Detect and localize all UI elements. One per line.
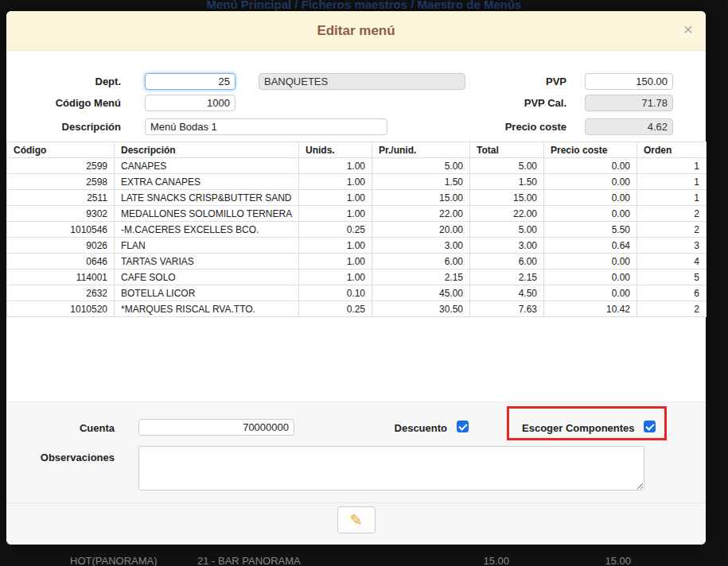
table-cell: FLAN xyxy=(115,238,299,254)
menu-items-table: CódigoDescripciónUnids.Pr./unid.TotalPre… xyxy=(6,142,707,317)
table-cell: MEDALLONES SOLOMILLO TERNERA xyxy=(115,206,299,222)
column-header: Unids. xyxy=(299,142,372,158)
escoger-componentes-label: Escoger Componentes xyxy=(522,422,638,435)
table-row[interactable]: 2599CANAPES1.005.005.000.001 xyxy=(7,158,707,174)
column-header: Total xyxy=(470,142,544,158)
precio-coste-label: Precio coste xyxy=(452,121,566,134)
menu-items-head-row: CódigoDescripciónUnids.Pr./unid.TotalPre… xyxy=(7,142,707,158)
table-cell: 2.15 xyxy=(372,269,470,285)
column-header: Código xyxy=(7,142,115,158)
table-cell: 1 xyxy=(637,190,707,206)
observaciones-textarea[interactable] xyxy=(138,446,644,490)
table-cell: 2 xyxy=(637,222,707,238)
table-cell: *MARQUES RISCAL RVA.TTO. xyxy=(115,301,299,317)
table-cell: LATE SNACKS CRISP&BUTTER SAND xyxy=(115,190,299,206)
dept-input[interactable] xyxy=(145,73,236,90)
descripcion-input[interactable] xyxy=(145,118,387,135)
table-cell: 1 xyxy=(637,174,707,190)
table-cell: 3.00 xyxy=(470,238,544,254)
table-cell: 2511 xyxy=(7,190,115,206)
table-cell: 9302 xyxy=(7,206,115,222)
table-cell: BOTELLA LICOR xyxy=(115,285,299,301)
table-cell: 7.63 xyxy=(470,301,544,317)
table-cell: 1.00 xyxy=(299,206,372,222)
column-header: Pr./unid. xyxy=(372,142,470,158)
table-cell: 5.00 xyxy=(372,158,470,174)
descuento-checkbox[interactable] xyxy=(457,421,469,432)
pencil-icon: ✎ xyxy=(350,513,363,528)
table-cell: 5 xyxy=(637,269,707,285)
table-cell: 0.25 xyxy=(299,222,372,238)
table-cell: 15.00 xyxy=(372,190,470,206)
table-cell: 2 xyxy=(637,206,707,222)
table-cell: 1.00 xyxy=(299,158,372,174)
table-row[interactable]: 9302MEDALLONES SOLOMILLO TERNERA1.0022.0… xyxy=(7,206,707,222)
table-cell: 1.00 xyxy=(299,254,372,269)
table-cell: 1.00 xyxy=(299,238,372,254)
table-cell: 5.00 xyxy=(470,158,544,174)
table-cell: 114001 xyxy=(7,269,115,285)
table-cell: 1010546 xyxy=(7,222,115,238)
table-cell: 1.50 xyxy=(470,174,544,190)
table-cell: 2.15 xyxy=(470,269,544,285)
background-cell-dept: 21 - BAR PANORAMA xyxy=(197,555,301,566)
table-cell: 45.00 xyxy=(372,285,470,301)
table-cell: 4.50 xyxy=(470,285,544,301)
table-cell: 6 xyxy=(637,285,707,301)
modal-footer: Cuenta Descuento Escoger Componentes Obs… xyxy=(6,401,706,545)
table-cell: 0.00 xyxy=(544,285,637,301)
dept-label: Dept. xyxy=(6,76,121,88)
background-cell-price2: 15.00 xyxy=(590,555,631,566)
table-cell: 0.64 xyxy=(544,238,637,254)
table-cell: 10.42 xyxy=(544,301,637,317)
table-row[interactable]: 0646TARTAS VARIAS1.006.006.000.004 xyxy=(7,254,707,269)
pvp-input[interactable] xyxy=(585,73,673,90)
table-cell: 0.00 xyxy=(544,269,637,285)
breadcrumb: Menú Principal / Ficheros maestros / Mae… xyxy=(0,0,728,11)
table-cell: TARTAS VARIAS xyxy=(115,254,299,269)
table-row[interactable]: 2598EXTRA CANAPES1.001.501.500.001 xyxy=(7,174,707,190)
column-header: Precio coste xyxy=(544,142,637,158)
table-cell: 0.25 xyxy=(299,301,372,317)
escoger-componentes-checkbox[interactable] xyxy=(644,421,656,432)
table-row[interactable]: 114001CAFE SOLO1.002.152.150.005 xyxy=(7,269,707,285)
precio-coste-field xyxy=(585,118,673,135)
table-cell: 2632 xyxy=(7,285,115,301)
cuenta-input[interactable] xyxy=(138,419,294,436)
codigo-menu-label: Código Menú xyxy=(6,97,121,110)
table-cell: CAFE SOLO xyxy=(115,269,299,285)
table-cell: 1 xyxy=(637,158,707,174)
table-row[interactable]: 1010546-M.CACERES EXCELLES BCO.0.2520.00… xyxy=(7,222,707,238)
table-cell: 6.00 xyxy=(372,254,470,269)
cuenta-label: Cuenta xyxy=(6,422,115,435)
table-cell: 15.00 xyxy=(470,190,544,206)
table-cell: 1.00 xyxy=(299,269,372,285)
background-cell-price1: 15.00 xyxy=(468,555,509,566)
table-cell: 22.00 xyxy=(372,206,470,222)
descuento-label: Descuento xyxy=(341,422,447,435)
table-cell: 1.50 xyxy=(372,174,470,190)
table-row[interactable]: 2511LATE SNACKS CRISP&BUTTER SAND1.0015.… xyxy=(7,190,707,206)
footer-divider xyxy=(6,502,706,503)
dept-name-field xyxy=(259,73,465,90)
table-cell: 1.00 xyxy=(299,174,372,190)
table-cell: 3 xyxy=(637,238,707,254)
background-cell-name: HOT(PANORAMA) xyxy=(70,555,158,566)
table-cell: 1010520 xyxy=(7,301,115,317)
column-header: Orden xyxy=(637,142,707,158)
table-cell: 5.00 xyxy=(470,222,544,238)
table-cell: -M.CACERES EXCELLES BCO. xyxy=(115,222,299,238)
table-cell: 0.00 xyxy=(544,206,637,222)
save-edit-button[interactable]: ✎ xyxy=(337,506,376,533)
table-cell: 3.00 xyxy=(372,238,470,254)
close-icon[interactable]: × xyxy=(683,21,693,37)
table-row[interactable]: 2632BOTELLA LICOR0.1045.004.500.006 xyxy=(7,285,707,301)
table-cell: 5.50 xyxy=(544,222,637,238)
table-cell: 0.10 xyxy=(299,285,372,301)
descripcion-label: Descripción xyxy=(6,121,121,134)
table-cell: EXTRA CANAPES xyxy=(115,174,299,190)
table-row[interactable]: 9026FLAN1.003.003.000.643 xyxy=(7,238,707,254)
table-row[interactable]: 1010520*MARQUES RISCAL RVA.TTO.0.2530.50… xyxy=(7,301,707,317)
codigo-menu-input[interactable] xyxy=(145,95,236,111)
table-cell: 9026 xyxy=(7,238,115,254)
